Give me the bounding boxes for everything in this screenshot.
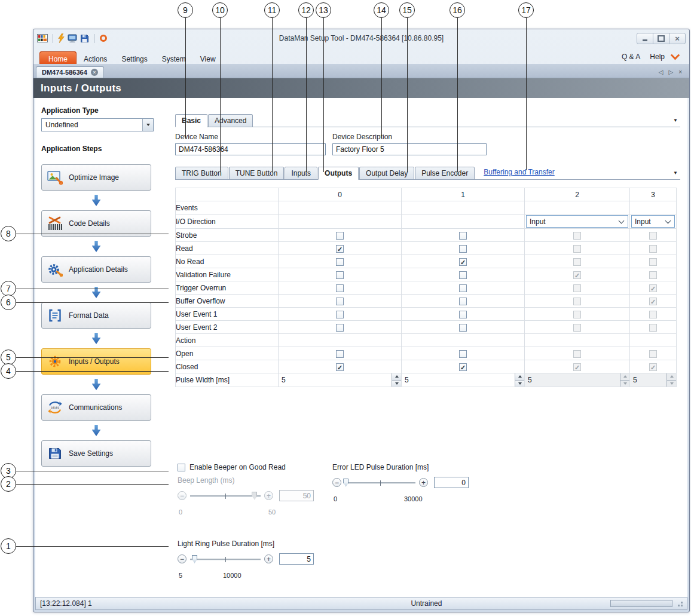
step-application-details[interactable]: Application Details — [41, 256, 151, 283]
tab-advanced[interactable]: Advanced — [208, 114, 253, 127]
error-led-value-input[interactable] — [434, 477, 469, 488]
subtab-outputs[interactable]: Outputs — [318, 167, 359, 180]
menu-qa[interactable]: Q & A — [617, 51, 645, 62]
column-header-3: 3 — [630, 188, 677, 201]
down-arrow-icon — [41, 375, 151, 394]
pulse-width-value-col0[interactable]: 5 — [279, 373, 392, 387]
user-event-2-checkbox-col0[interactable] — [336, 324, 344, 332]
user-event-1-checkbox-col1[interactable] — [459, 311, 467, 318]
close-button[interactable]: × — [669, 33, 686, 44]
menu-help[interactable]: Help — [645, 51, 669, 62]
tab-close-icon[interactable]: × — [91, 69, 98, 76]
sidebar: Application Type Undefined Application S… — [35, 98, 166, 597]
enable-beeper-checkbox[interactable] — [178, 464, 185, 471]
nav-forward-icon[interactable]: ▷ — [668, 69, 673, 75]
collapse-arrow-icon[interactable]: ▼ — [673, 170, 680, 179]
step-optimize-image[interactable]: Optimize Image — [41, 164, 151, 191]
device-name-input[interactable] — [175, 143, 326, 155]
error-led-decrease-button[interactable]: − — [332, 478, 341, 487]
spin-down-icon[interactable] — [392, 381, 401, 387]
closed-checkbox-col1[interactable] — [459, 363, 467, 371]
subtab-tune-button[interactable]: TUNE Button — [229, 167, 285, 180]
chevron-down-icon[interactable] — [671, 51, 680, 60]
spin-down-icon[interactable] — [515, 381, 524, 387]
nav-back-icon[interactable]: ◁ — [659, 69, 664, 75]
step-format-data[interactable]: Format Data — [41, 302, 151, 329]
callout-line — [526, 17, 527, 170]
nav-close-icon[interactable]: × — [678, 69, 682, 75]
firmware-icon[interactable] — [99, 34, 108, 42]
menu-items: HomeActionsSettingsSystemView — [39, 53, 223, 64]
no-read-checkbox-col0[interactable] — [336, 258, 344, 266]
row-label-i-o-direction: I/O Direction — [176, 214, 279, 229]
no-read-checkbox-col1[interactable] — [459, 258, 467, 266]
slider-thumb[interactable] — [192, 555, 197, 563]
subtab-pulse-encoder[interactable]: Pulse Encoder — [415, 167, 475, 180]
spin-up-icon[interactable] — [515, 373, 524, 381]
chevron-down-icon — [665, 217, 671, 223]
user-event-2-checkbox-col1[interactable] — [459, 324, 467, 332]
callout-line — [220, 17, 221, 172]
trigger-overrun-checkbox-col0[interactable] — [336, 284, 344, 292]
callout-line — [16, 471, 169, 471]
buffering-transfer-link[interactable]: Buffering and Transfer — [484, 168, 555, 176]
step-communications[interactable]: 10101Communications — [41, 394, 151, 421]
light-ring-increase-button[interactable]: + — [264, 554, 273, 563]
pulse-width-value-col3: 5 — [630, 373, 666, 387]
light-ring-decrease-button[interactable]: − — [178, 554, 186, 563]
row-label-closed: Closed — [176, 360, 279, 373]
callout-15: 15 — [399, 2, 415, 18]
validation-failure-checkbox-col0[interactable] — [336, 271, 344, 279]
buffer-overflow-checkbox-col0[interactable] — [336, 298, 344, 305]
error-led-group: Error LED Pulse Duration [ms] − + 0 3000… — [332, 463, 488, 503]
close-icon: × — [675, 35, 680, 42]
down-arrow-icon — [41, 237, 151, 256]
monitor-icon[interactable] — [68, 34, 77, 43]
spin-up-icon[interactable] — [392, 373, 401, 381]
subtab-inputs[interactable]: Inputs — [285, 167, 317, 180]
optimize-image-icon — [47, 170, 63, 185]
pulse-width-spinner-col0[interactable] — [392, 373, 401, 387]
document-tab[interactable]: DM474-586364 × — [36, 66, 104, 78]
lightning-icon[interactable] — [58, 33, 65, 43]
resize-grip-icon[interactable] — [675, 600, 683, 607]
buffer-overflow-checkbox-col1[interactable] — [459, 298, 467, 305]
subtab-output-delay[interactable]: Output Delay — [359, 167, 414, 180]
light-ring-slider[interactable] — [190, 554, 261, 564]
window-controls: × — [637, 33, 686, 44]
table-row: Pulse Width [ms]5555 — [176, 373, 677, 387]
trigger-overrun-checkbox-col1[interactable] — [459, 284, 467, 292]
light-ring-value-input[interactable] — [279, 553, 314, 565]
collapse-arrow-icon[interactable]: ▼ — [673, 118, 680, 127]
error-led-increase-button[interactable]: + — [419, 478, 428, 487]
io-direction-select-col3[interactable]: Input — [631, 215, 675, 228]
open-checkbox-col1[interactable] — [459, 350, 467, 358]
minimize-button[interactable] — [637, 33, 653, 44]
step-save-settings[interactable]: Save Settings — [41, 440, 151, 467]
read-checkbox-col1[interactable] — [459, 245, 467, 253]
application-type-select[interactable]: Undefined — [41, 118, 154, 131]
closed-checkbox-col0[interactable] — [336, 363, 344, 371]
io-direction-select-col2[interactable]: Input — [526, 215, 628, 228]
combo-arrow-icon[interactable] — [142, 119, 153, 131]
read-checkbox-col0[interactable] — [336, 245, 344, 253]
buffer-overflow-checkbox-col2 — [573, 298, 581, 305]
device-description-input[interactable] — [332, 143, 487, 155]
pulse-width-spinner-col2 — [620, 373, 629, 387]
callout-11: 11 — [264, 2, 280, 18]
strobe-checkbox-col0[interactable] — [336, 232, 344, 240]
tab-basic[interactable]: Basic — [175, 114, 207, 127]
slider-thumb[interactable] — [343, 479, 348, 487]
callout-10: 10 — [212, 2, 228, 18]
pulse-width-value-col1[interactable]: 5 — [402, 373, 515, 387]
open-checkbox-col0[interactable] — [336, 350, 344, 358]
validation-failure-checkbox-col1[interactable] — [459, 271, 467, 279]
maximize-button[interactable] — [653, 33, 669, 44]
save-icon[interactable] — [80, 34, 89, 43]
step-label: Inputs / Outputs — [69, 357, 120, 366]
user-event-1-checkbox-col0[interactable] — [336, 311, 344, 318]
pulse-width-spinner-col1[interactable] — [515, 373, 524, 387]
error-led-slider[interactable] — [345, 478, 415, 488]
step-code-details[interactable]: Code Details — [41, 210, 151, 237]
strobe-checkbox-col1[interactable] — [459, 232, 467, 240]
